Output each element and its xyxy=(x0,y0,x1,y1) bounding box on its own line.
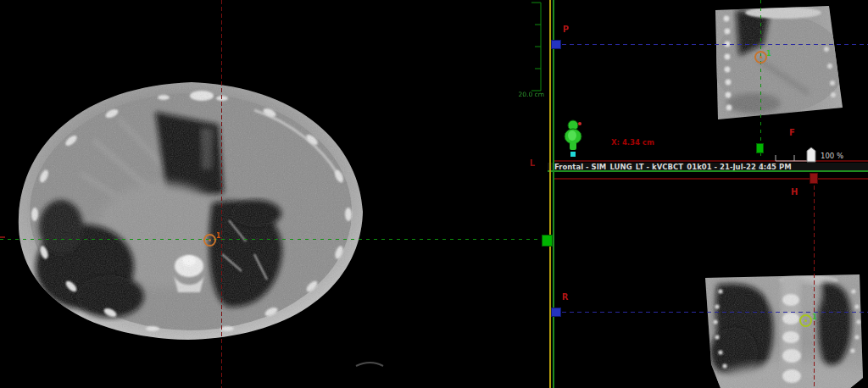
coronal-ct-image[interactable] xyxy=(554,173,868,388)
coronal-orientation-label-head: H xyxy=(791,187,798,197)
coronal-blue-crosshair-handle[interactable] xyxy=(551,308,561,317)
sagittal-crosshair-horizontal-blue[interactable] xyxy=(554,44,868,45)
axial-ruler-label: 20.0 cm xyxy=(507,91,544,98)
sagittal-orientation-label-posterior: P xyxy=(563,25,569,34)
coronal-red-crosshair-handle[interactable] xyxy=(810,173,818,184)
couch-edge xyxy=(356,363,383,366)
sagittal-orientation-label-feet: F xyxy=(789,128,795,137)
patient-orientation-figure-icon xyxy=(562,118,587,158)
frontal-view-title: Frontal - SIM_LUNG_LT - kVCBCT_01k01 - 2… xyxy=(554,163,792,171)
measurement-x-distance: X: 4.34 cm xyxy=(611,138,654,147)
coronal-axial-slice-line[interactable] xyxy=(554,178,868,180)
zoom-slider-thumb[interactable] xyxy=(807,147,815,162)
figure-marker-red-dot xyxy=(578,122,581,125)
zoom-level-value: 100 % xyxy=(821,152,843,160)
axial-ct-image[interactable] xyxy=(0,0,549,388)
viewport-divider-green[interactable] xyxy=(553,0,554,388)
app-window: 1 20.0 cm L xyxy=(0,0,868,388)
coronal-orientation-label-right: R xyxy=(562,292,569,302)
coronal-crosshair-horizontal-blue[interactable] xyxy=(554,312,868,313)
coronal-poi-marker[interactable] xyxy=(799,314,812,327)
axial-orientation-label-left: L xyxy=(530,158,535,168)
axial-green-crosshair-handle[interactable] xyxy=(542,235,553,247)
zoom-scale-slider[interactable] xyxy=(771,147,819,164)
sagittal-poi-marker[interactable] xyxy=(754,51,767,64)
coronal-poi-label: 1 xyxy=(812,313,817,321)
sagittal-crosshair-vertical-green[interactable] xyxy=(760,0,761,160)
sagittal-axial-slice-line[interactable] xyxy=(554,160,868,162)
axial-left-edge-red-tick xyxy=(0,236,5,238)
sagittal-blue-crosshair-handle[interactable] xyxy=(551,40,561,49)
frontal-view-titlebar[interactable]: Frontal - SIM_LUNG_LT - kVCBCT_01k01 - 2… xyxy=(548,163,868,172)
axial-poi-marker[interactable] xyxy=(203,234,216,247)
figure-feet-cyan-marker xyxy=(570,152,576,157)
sagittal-green-crosshair-handle[interactable] xyxy=(756,143,764,153)
axial-crosshair-horizontal-green[interactable] xyxy=(0,239,542,240)
sagittal-ct-image[interactable] xyxy=(554,0,868,163)
axial-poi-label: 1 xyxy=(216,232,221,240)
sagittal-poi-label: 1 xyxy=(766,50,771,58)
coronal-crosshair-vertical-red[interactable] xyxy=(814,179,815,388)
viewport-divider-yellow[interactable] xyxy=(549,0,551,388)
axial-crosshair-vertical-red[interactable] xyxy=(221,0,222,388)
